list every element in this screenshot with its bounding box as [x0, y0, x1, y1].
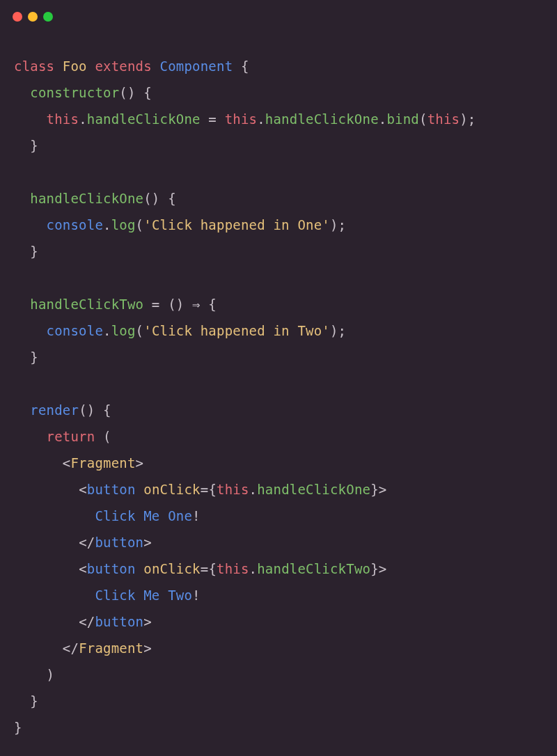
prop-handleclickone: handleClickOne	[87, 111, 201, 127]
indent	[14, 640, 63, 656]
method-log: log	[111, 323, 136, 338]
prop-handleclickone: handleClickOne	[257, 482, 370, 497]
obj-console: console	[47, 217, 103, 233]
dot: .	[249, 482, 258, 497]
jsx-brace-open: {	[208, 561, 217, 576]
kw-this: this	[47, 111, 79, 127]
method-bind: bind	[386, 111, 419, 127]
indent	[14, 588, 95, 603]
equals: =	[201, 561, 209, 576]
kw-class: class	[14, 58, 63, 74]
exclaim: !	[192, 508, 201, 523]
jsx-text: Click Me Two	[95, 588, 192, 603]
minimize-icon[interactable]	[28, 12, 38, 22]
exclaim: !	[192, 588, 201, 603]
code-line: handleClickOne() {	[14, 191, 176, 206]
code-line: </button>	[14, 614, 152, 629]
tag-button: button	[87, 482, 143, 497]
indent	[14, 561, 79, 576]
angle-close: >	[143, 614, 152, 629]
paren-open: (	[136, 217, 144, 233]
indent	[14, 85, 30, 100]
brace-close: }	[14, 138, 38, 153]
dot: .	[79, 111, 87, 127]
titlebar	[0, 0, 557, 33]
brace-close: }	[14, 693, 38, 709]
zoom-icon[interactable]	[43, 12, 53, 22]
tag-fragment: Fragment	[79, 640, 143, 656]
indent	[14, 402, 30, 418]
method-log: log	[111, 217, 136, 233]
kw-this: this	[427, 111, 460, 127]
paren-open: (	[136, 323, 144, 338]
kw-return: return	[47, 429, 95, 444]
code-line: console.log('Click happened in One');	[14, 217, 346, 233]
code-line: Click Me Two!	[14, 588, 201, 603]
code-line: }	[14, 349, 38, 365]
code-line: Click Me One!	[14, 508, 201, 523]
indent	[14, 297, 30, 312]
indent	[14, 191, 30, 206]
prop-handleclicktwo: handleClickTwo	[257, 561, 370, 576]
string-literal: 'Click happened in Two'	[143, 323, 330, 338]
paren-open: (	[95, 429, 111, 444]
code-line: }	[14, 244, 38, 259]
code-line: }	[14, 720, 22, 735]
angle-open: <	[63, 455, 71, 471]
kw-this: this	[217, 561, 249, 576]
close-icon[interactable]	[13, 12, 22, 22]
superclass-name: Component	[160, 58, 241, 74]
prop-handleclicktwo: handleClickTwo	[30, 297, 143, 312]
tag-button: button	[95, 614, 143, 629]
indent	[14, 217, 47, 233]
string-literal: 'Click happened in One'	[143, 217, 330, 233]
dot: .	[257, 111, 265, 127]
code-line: handleClickTwo = () ⇒ {	[14, 297, 217, 312]
arrow-icon: ⇒	[192, 297, 201, 312]
indent	[14, 323, 47, 338]
indent	[14, 614, 79, 629]
code-line: constructor() {	[14, 85, 152, 100]
angle-close: >	[379, 482, 387, 497]
dot: .	[103, 323, 111, 338]
indent	[14, 482, 79, 497]
prop-handleclickone: handleClickOne	[265, 111, 379, 127]
paren-close-semi: );	[460, 111, 476, 127]
jsx-brace-open: {	[208, 482, 217, 497]
indent	[14, 535, 79, 550]
method-render: render	[30, 402, 79, 418]
class-name: Foo	[63, 58, 95, 74]
code-line: </Fragment>	[14, 640, 152, 656]
brace-open: {	[241, 58, 249, 74]
angle-close: >	[143, 535, 152, 550]
jsx-brace-close: }	[370, 482, 379, 497]
code-content: class Foo extends Component { constructo…	[0, 33, 557, 755]
angle-open: <	[79, 561, 87, 576]
angle-close: >	[143, 640, 152, 656]
angle-open-slash: </	[79, 614, 95, 629]
tag-button: button	[95, 535, 143, 550]
attr-onclick: onClick	[143, 482, 200, 497]
tag-button: button	[87, 561, 143, 576]
code-line: }	[14, 138, 38, 153]
code-line: render() {	[14, 402, 111, 418]
indent	[14, 508, 95, 523]
paren-open: (	[419, 111, 427, 127]
equals: =	[201, 482, 209, 497]
brace-close: }	[14, 349, 38, 365]
equals-parens: = ()	[143, 297, 192, 312]
code-editor-window: class Foo extends Component { constructo…	[0, 0, 557, 756]
kw-extends: extends	[95, 58, 159, 74]
method-handleclickone: handleClickOne	[30, 191, 143, 206]
angle-open-slash: </	[79, 535, 95, 550]
indent	[14, 111, 47, 127]
paren-close: )	[14, 667, 54, 682]
dot: .	[249, 561, 258, 576]
angle-close: >	[136, 455, 144, 471]
code-line: )	[14, 667, 54, 682]
code-line: <Fragment>	[14, 455, 143, 471]
paren-close-semi: );	[330, 217, 346, 233]
paren-close-semi: );	[330, 323, 346, 338]
kw-this: this	[225, 111, 258, 127]
jsx-text: Click Me One	[95, 508, 192, 523]
